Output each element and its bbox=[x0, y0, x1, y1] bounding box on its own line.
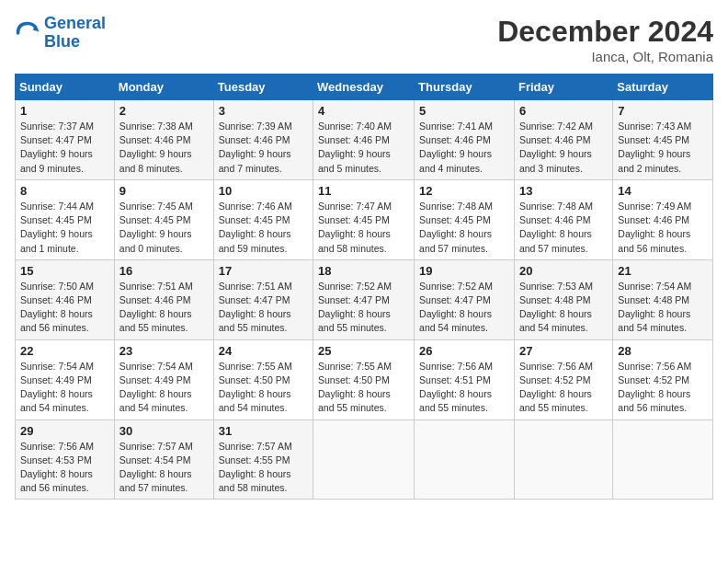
day-info: Sunrise: 7:52 AMSunset: 4:47 PMDaylight:… bbox=[318, 281, 392, 334]
day-number: 7 bbox=[618, 104, 708, 118]
week-row-5: 29Sunrise: 7:56 AMSunset: 4:53 PMDayligh… bbox=[16, 419, 713, 500]
day-info: Sunrise: 7:51 AMSunset: 4:46 PMDaylight:… bbox=[119, 281, 193, 334]
day-cell: 4Sunrise: 7:40 AMSunset: 4:46 PMDaylight… bbox=[313, 100, 415, 180]
day-number: 15 bbox=[20, 264, 109, 278]
day-cell: 27Sunrise: 7:56 AMSunset: 4:52 PMDayligh… bbox=[514, 339, 612, 419]
day-cell: 25Sunrise: 7:55 AMSunset: 4:50 PMDayligh… bbox=[313, 339, 415, 419]
day-info: Sunrise: 7:56 AMSunset: 4:53 PMDaylight:… bbox=[20, 441, 94, 494]
day-cell: 20Sunrise: 7:53 AMSunset: 4:48 PMDayligh… bbox=[514, 259, 612, 339]
day-cell: 9Sunrise: 7:45 AMSunset: 4:45 PMDaylight… bbox=[114, 179, 213, 259]
day-info: Sunrise: 7:45 AMSunset: 4:45 PMDaylight:… bbox=[119, 201, 193, 254]
day-cell: 29Sunrise: 7:56 AMSunset: 4:53 PMDayligh… bbox=[16, 419, 115, 500]
day-cell: 3Sunrise: 7:39 AMSunset: 4:46 PMDaylight… bbox=[213, 100, 313, 180]
title-area: December 2024 Ianca, Olt, Romania bbox=[497, 15, 713, 64]
week-row-1: 1Sunrise: 7:37 AMSunset: 4:47 PMDaylight… bbox=[16, 100, 713, 180]
day-number: 31 bbox=[219, 424, 308, 438]
day-info: Sunrise: 7:47 AMSunset: 4:45 PMDaylight:… bbox=[318, 201, 392, 254]
day-info: Sunrise: 7:50 AMSunset: 4:46 PMDaylight:… bbox=[20, 281, 94, 334]
day-number: 26 bbox=[419, 344, 509, 358]
day-number: 2 bbox=[119, 104, 209, 118]
day-cell bbox=[415, 419, 515, 500]
day-number: 11 bbox=[318, 184, 409, 198]
day-number: 19 bbox=[419, 264, 509, 278]
month-title: December 2024 bbox=[497, 15, 713, 49]
day-info: Sunrise: 7:49 AMSunset: 4:46 PMDaylight:… bbox=[618, 201, 691, 254]
day-cell bbox=[313, 419, 415, 500]
day-cell: 22Sunrise: 7:54 AMSunset: 4:49 PMDayligh… bbox=[16, 339, 115, 419]
day-number: 4 bbox=[318, 104, 409, 118]
day-cell: 31Sunrise: 7:57 AMSunset: 4:55 PMDayligh… bbox=[213, 419, 313, 500]
weekday-header-thursday: Thursday bbox=[415, 75, 515, 100]
day-cell: 10Sunrise: 7:46 AMSunset: 4:45 PMDayligh… bbox=[213, 179, 313, 259]
day-number: 8 bbox=[20, 184, 109, 198]
day-cell: 6Sunrise: 7:42 AMSunset: 4:46 PMDaylight… bbox=[514, 100, 612, 180]
weekday-header-tuesday: Tuesday bbox=[213, 75, 313, 100]
day-info: Sunrise: 7:41 AMSunset: 4:46 PMDaylight:… bbox=[419, 121, 493, 174]
day-number: 12 bbox=[419, 184, 509, 198]
day-info: Sunrise: 7:53 AMSunset: 4:48 PMDaylight:… bbox=[519, 281, 593, 334]
day-number: 25 bbox=[318, 344, 409, 358]
day-info: Sunrise: 7:57 AMSunset: 4:55 PMDaylight:… bbox=[219, 441, 292, 494]
weekday-header-saturday: Saturday bbox=[613, 75, 713, 100]
day-number: 20 bbox=[519, 264, 608, 278]
day-info: Sunrise: 7:43 AMSunset: 4:45 PMDaylight:… bbox=[618, 121, 691, 174]
logo-line1: General bbox=[44, 14, 106, 32]
day-number: 9 bbox=[119, 184, 209, 198]
day-number: 22 bbox=[20, 344, 109, 358]
location-title: Ianca, Olt, Romania bbox=[497, 49, 713, 64]
day-info: Sunrise: 7:56 AMSunset: 4:51 PMDaylight:… bbox=[419, 361, 493, 414]
day-number: 16 bbox=[119, 264, 209, 278]
week-row-4: 22Sunrise: 7:54 AMSunset: 4:49 PMDayligh… bbox=[16, 339, 713, 419]
day-number: 24 bbox=[219, 344, 308, 358]
day-cell: 1Sunrise: 7:37 AMSunset: 4:47 PMDaylight… bbox=[16, 100, 115, 180]
day-cell: 7Sunrise: 7:43 AMSunset: 4:45 PMDaylight… bbox=[613, 100, 713, 180]
day-number: 29 bbox=[20, 424, 109, 438]
day-cell: 19Sunrise: 7:52 AMSunset: 4:47 PMDayligh… bbox=[415, 259, 515, 339]
day-info: Sunrise: 7:39 AMSunset: 4:46 PMDaylight:… bbox=[219, 121, 292, 174]
weekday-header-sunday: Sunday bbox=[16, 75, 115, 100]
day-number: 13 bbox=[519, 184, 608, 198]
day-number: 30 bbox=[119, 424, 209, 438]
logo-icon bbox=[15, 20, 40, 46]
weekday-header-wednesday: Wednesday bbox=[313, 75, 415, 100]
day-cell: 30Sunrise: 7:57 AMSunset: 4:54 PMDayligh… bbox=[114, 419, 213, 500]
day-cell: 21Sunrise: 7:54 AMSunset: 4:48 PMDayligh… bbox=[613, 259, 713, 339]
day-info: Sunrise: 7:56 AMSunset: 4:52 PMDaylight:… bbox=[519, 361, 593, 414]
day-cell: 2Sunrise: 7:38 AMSunset: 4:46 PMDaylight… bbox=[114, 100, 213, 180]
week-row-3: 15Sunrise: 7:50 AMSunset: 4:46 PMDayligh… bbox=[16, 259, 713, 339]
day-cell: 17Sunrise: 7:51 AMSunset: 4:47 PMDayligh… bbox=[213, 259, 313, 339]
day-info: Sunrise: 7:38 AMSunset: 4:46 PMDaylight:… bbox=[119, 121, 193, 174]
weekday-header-monday: Monday bbox=[114, 75, 213, 100]
day-info: Sunrise: 7:55 AMSunset: 4:50 PMDaylight:… bbox=[219, 361, 292, 414]
day-cell: 28Sunrise: 7:56 AMSunset: 4:52 PMDayligh… bbox=[613, 339, 713, 419]
weekday-header-row: SundayMondayTuesdayWednesdayThursdayFrid… bbox=[16, 75, 713, 100]
logo-text: General Blue bbox=[44, 15, 106, 52]
day-info: Sunrise: 7:40 AMSunset: 4:46 PMDaylight:… bbox=[318, 121, 392, 174]
day-cell: 23Sunrise: 7:54 AMSunset: 4:49 PMDayligh… bbox=[114, 339, 213, 419]
day-info: Sunrise: 7:37 AMSunset: 4:47 PMDaylight:… bbox=[20, 121, 94, 174]
day-number: 27 bbox=[519, 344, 608, 358]
day-info: Sunrise: 7:52 AMSunset: 4:47 PMDaylight:… bbox=[419, 281, 493, 334]
day-number: 1 bbox=[20, 104, 109, 118]
day-cell: 14Sunrise: 7:49 AMSunset: 4:46 PMDayligh… bbox=[613, 179, 713, 259]
day-cell: 12Sunrise: 7:48 AMSunset: 4:45 PMDayligh… bbox=[415, 179, 515, 259]
day-info: Sunrise: 7:54 AMSunset: 4:49 PMDaylight:… bbox=[20, 361, 94, 414]
weekday-header-friday: Friday bbox=[514, 75, 612, 100]
day-info: Sunrise: 7:55 AMSunset: 4:50 PMDaylight:… bbox=[318, 361, 392, 414]
day-number: 14 bbox=[618, 184, 708, 198]
day-cell bbox=[613, 419, 713, 500]
day-cell: 15Sunrise: 7:50 AMSunset: 4:46 PMDayligh… bbox=[16, 259, 115, 339]
day-info: Sunrise: 7:42 AMSunset: 4:46 PMDaylight:… bbox=[519, 121, 593, 174]
day-cell: 13Sunrise: 7:48 AMSunset: 4:46 PMDayligh… bbox=[514, 179, 612, 259]
day-info: Sunrise: 7:57 AMSunset: 4:54 PMDaylight:… bbox=[119, 441, 193, 494]
day-number: 6 bbox=[519, 104, 608, 118]
day-info: Sunrise: 7:44 AMSunset: 4:45 PMDaylight:… bbox=[20, 201, 94, 254]
day-cell: 11Sunrise: 7:47 AMSunset: 4:45 PMDayligh… bbox=[313, 179, 415, 259]
day-cell: 26Sunrise: 7:56 AMSunset: 4:51 PMDayligh… bbox=[415, 339, 515, 419]
logo-line2: Blue bbox=[44, 32, 80, 51]
day-cell: 24Sunrise: 7:55 AMSunset: 4:50 PMDayligh… bbox=[213, 339, 313, 419]
day-number: 23 bbox=[119, 344, 209, 358]
day-number: 10 bbox=[219, 184, 308, 198]
day-number: 5 bbox=[419, 104, 509, 118]
day-number: 17 bbox=[219, 264, 308, 278]
